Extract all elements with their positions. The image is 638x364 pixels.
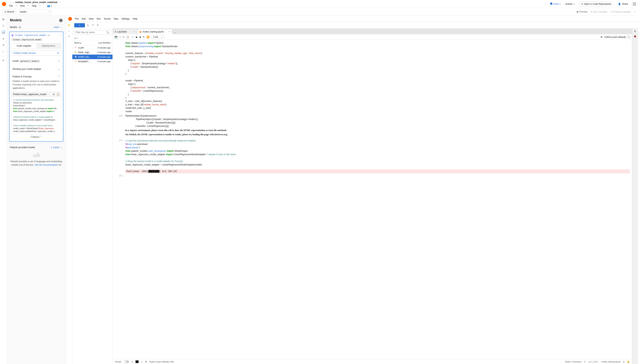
rail-package-icon[interactable]: ◫ — [1, 24, 6, 28]
kernel-name[interactable]: Python [user-default] — [604, 36, 626, 38]
refresh-icon[interactable]: ↻ — [96, 24, 100, 26]
menu-file[interactable]: File — [9, 4, 13, 7]
help-icon[interactable]: ? — [59, 19, 63, 22]
tab-deployments[interactable]: Deployments — [36, 43, 61, 48]
rail-models-icon[interactable]: 📊 — [1, 30, 6, 34]
stop-icon[interactable]: ■ — [140, 36, 141, 38]
nb-menu-edit[interactable]: Edit — [82, 18, 86, 20]
upload-icon[interactable]: ⤒ — [91, 24, 95, 26]
folder-icon[interactable]: 📁 — [66, 22, 72, 28]
file-name-status: model_training.ipynb — [601, 360, 620, 363]
file-menubar: File▾ View▾ Help▾ | 👥1 — [9, 4, 62, 7]
run-icon[interactable]: ▶ — [136, 36, 138, 38]
copy-icon[interactable]: 📋 — [126, 36, 129, 38]
terminal-icon[interactable] — [136, 360, 139, 363]
settings-icon[interactable]: ⚙ — [634, 30, 636, 33]
file-browser: 🔍 🗀 / Name ▴ Last Modified Y:ci.yml4 min… — [72, 28, 113, 364]
close-tab-icon[interactable]: × — [168, 30, 170, 33]
auth-icon[interactable]: 👥1 — [47, 4, 52, 7]
open-repo-button[interactable]: ⎘ Open in Code Repositories — [579, 2, 613, 6]
more-dots-icon[interactable]: ⋯ — [634, 10, 636, 13]
install-accordion[interactable]: Install palantir_models ⌄ — [12, 58, 61, 64]
menu-help[interactable]: Help — [32, 4, 37, 7]
publish-accordion[interactable]: Publish to Foundry ⌃ — [12, 74, 61, 80]
branch-select[interactable]: master▾ — [18, 9, 52, 14]
add-cell-icon[interactable]: + — [119, 36, 121, 38]
toc-icon[interactable]: ≡ — [68, 35, 70, 38]
sync-button[interactable]: ⟳ Sync changes — [591, 10, 607, 13]
activity-column: ○ ≡ — [66, 28, 72, 364]
breadcrumb: … › median_house_price_model_notebook ☆ — [9, 1, 62, 4]
rail-settings-icon[interactable]: ⚙ — [1, 58, 6, 62]
nb-menu-kernel[interactable]: Kernel — [104, 18, 111, 20]
breadcrumb-ellipsis[interactable]: … — [9, 1, 12, 4]
model-more-icon[interactable]: ⋯ — [59, 34, 61, 41]
chevron-down-icon[interactable]: ⌄ — [61, 26, 63, 28]
collapse-button[interactable]: Collapse ⌃ — [12, 134, 61, 140]
nb-menu-settings[interactable]: Settings — [121, 18, 130, 20]
cell-type-select[interactable]: Code⌄ — [151, 35, 164, 39]
nb-menu-help[interactable]: Help — [133, 18, 137, 20]
path-breadcrumb[interactable]: 🗀 / — [72, 36, 113, 40]
add-model-button[interactable]: Add ▾ — [54, 26, 60, 28]
tab-notebook[interactable]: ▣ model_training.ipynb × — [137, 29, 172, 34]
nb-menu-file[interactable]: File — [75, 18, 79, 20]
file-row[interactable]: 🐍linear_regr...4 minutes ago — [72, 50, 113, 54]
bug-icon[interactable]: 🐞 — [634, 35, 636, 38]
simple-toggle[interactable] — [124, 360, 129, 363]
doc-link[interactable]: See the documentation — [35, 164, 58, 166]
rail-git-icon[interactable]: ⎌ — [1, 50, 6, 54]
nb-menu-view[interactable]: View — [89, 18, 94, 20]
tab-code-snippets[interactable]: Code snippets — [12, 43, 36, 48]
filter-input[interactable] — [76, 31, 106, 34]
actions-button[interactable]: Actions ▾ — [563, 2, 577, 6]
develop-accordion[interactable]: Develop your model adapter ⌄ — [12, 66, 61, 72]
code-cell[interactable]: [7]: # Load the autoreload extension and… — [113, 138, 632, 167]
new-launcher-button[interactable]: + — [74, 23, 85, 28]
star-icon[interactable]: ☆ — [59, 1, 62, 4]
run-all-icon[interactable]: ⏩ — [147, 36, 149, 38]
chevron-down-icon[interactable]: ⌄ — [61, 146, 63, 149]
copy-icon[interactable]: 📋 — [57, 93, 59, 96]
publish-dropdown[interactable]: Publish model version⇅ — [12, 50, 61, 56]
sort-icon[interactable]: ▴ — [80, 42, 82, 44]
cut-icon[interactable]: ✂ — [123, 36, 125, 38]
kernel-status-icon[interactable] — [627, 36, 630, 38]
share-button[interactable]: 👤 Share — [616, 2, 630, 6]
status-count: 1 — [141, 360, 142, 363]
file-row[interactable]: {·}templateC...4 minutes ago — [72, 59, 113, 64]
nb-menu-run[interactable]: Run — [97, 18, 101, 20]
nb-menu-tabs[interactable]: Tabs — [114, 18, 118, 20]
file-row[interactable]: Y:ci.yml4 minutes ago — [72, 46, 113, 50]
file-list-header: Name ▴ Last Modified — [72, 40, 113, 46]
code-cell[interactable]: from sklearn.pipeline import Pipeline fr… — [113, 41, 632, 114]
gpu-icon[interactable]: ⊞ — [145, 360, 147, 363]
notebook-toolbar: 💾 + ✂ 📋 📄 ▶ ■ ↻ ⏩ Code⌄ ⚙ Python [user-d… — [113, 34, 632, 40]
menu-view[interactable]: View — [20, 4, 25, 7]
paste-icon[interactable]: 📄 — [131, 36, 134, 38]
restart-icon[interactable]: ↻ — [143, 36, 145, 38]
preview-button[interactable]: ▶ Preview — [577, 10, 587, 13]
gear-icon[interactable]: ⚙ — [600, 36, 603, 38]
model-name[interactable]: linear_regression_model — [15, 34, 46, 36]
close-tab-icon[interactable]: × — [134, 30, 135, 33]
bell-count: 0 — [623, 360, 624, 363]
stop-icon[interactable]: ○ — [68, 30, 70, 32]
add-tab-button[interactable]: + — [172, 32, 177, 34]
active-status[interactable]: Active ▾ — [550, 2, 561, 5]
import-button[interactable]: ⤓ Import — [51, 146, 59, 149]
rail-data-icon[interactable]: ▦ — [1, 17, 6, 21]
rail-monitor-icon[interactable]: 🖥 — [1, 43, 6, 47]
more-icon[interactable] — [633, 3, 636, 5]
tabbar: ⎘ Launcher × ▣ model_training.ipynb × + — [113, 28, 632, 34]
rail-cube-icon[interactable]: ◈ — [1, 36, 6, 41]
bell-icon[interactable]: 🔔 — [627, 360, 630, 363]
new-folder-icon[interactable]: 🗀 — [86, 24, 90, 26]
tab-launcher[interactable]: ⎘ Launcher × — [113, 29, 137, 34]
propose-button[interactable]: ⇆ Propose changes — [610, 10, 631, 13]
save-icon[interactable]: 💾 — [115, 36, 117, 38]
kernel-status[interactable]: Python [user-default] | Idle — [149, 360, 174, 363]
document-title[interactable]: median_house_price_model_notebook — [15, 1, 58, 4]
file-row[interactable]: ▣model_trai...4 minutes ago — [72, 54, 113, 59]
insert-icon[interactable]: ⊕ — [53, 93, 55, 96]
